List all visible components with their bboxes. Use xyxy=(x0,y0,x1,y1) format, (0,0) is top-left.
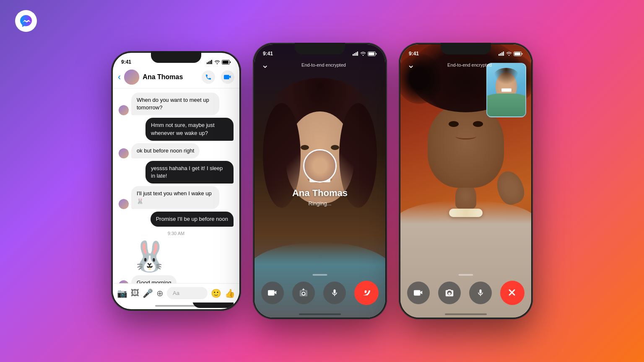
messenger-logo xyxy=(15,10,37,32)
svg-point-18 xyxy=(448,292,451,295)
active-call-chevron[interactable]: ⌄ xyxy=(407,59,415,70)
svg-rect-14 xyxy=(501,52,503,56)
message-row: When do you want to meet up tomorrow? xyxy=(119,93,234,115)
status-time-1: 9:41 xyxy=(121,59,131,65)
end-call-button[interactable] xyxy=(354,281,379,305)
message-bubble: I'll just text you when I wake up 🐰 xyxy=(131,186,219,209)
svg-rect-2 xyxy=(210,61,211,64)
active-call-top-bar: ⌄ End-to-end encrypted xyxy=(400,59,531,70)
phone-active-inner: 9:41 xyxy=(400,44,531,318)
call-controls xyxy=(254,281,385,305)
svg-rect-7 xyxy=(354,53,356,56)
video-call-button[interactable] xyxy=(221,70,234,84)
message-bubble: Promise I'll be up before noon xyxy=(151,212,234,227)
mic-icon[interactable]: 🎤 xyxy=(143,288,153,298)
chat-header: ‹ Ana Thomas xyxy=(113,68,239,88)
message-row: Hmm not sure, maybe just whenever we wak… xyxy=(119,118,234,140)
message-bubble: When do you want to meet up tomorrow? xyxy=(131,93,219,115)
status-bar-call: 9:41 xyxy=(254,44,385,59)
message-input[interactable]: Aa xyxy=(167,287,208,299)
message-bubble: Hmm not sure, maybe just whenever we wak… xyxy=(145,118,234,140)
caller-info: Ana Thomas Ringing... xyxy=(254,116,385,207)
signal-icon xyxy=(207,60,213,64)
notch xyxy=(151,51,201,63)
svg-rect-11 xyxy=(369,52,374,55)
message-timestamp: 9:30 AM xyxy=(119,231,234,236)
svg-rect-13 xyxy=(500,53,501,56)
phone-chat-inner: 9:41 xyxy=(113,53,239,309)
status-time-2: 9:41 xyxy=(263,51,273,57)
back-button[interactable]: ‹ xyxy=(118,72,121,83)
video-toggle-button[interactable] xyxy=(261,282,284,304)
call-top-bar: ⌄ End-to-end encrypted xyxy=(254,59,385,70)
home-indicator-3 xyxy=(445,313,487,315)
end-call-button-3[interactable] xyxy=(500,281,525,305)
status-icons-3 xyxy=(499,52,523,56)
gallery-icon[interactable]: 🖼 xyxy=(131,288,139,298)
message-row: ok but before noon right xyxy=(119,143,234,158)
status-bar-active-call: 9:41 xyxy=(400,44,531,59)
message-row: yessss hahaha I get it! I sleep in late! xyxy=(119,161,234,184)
svg-rect-17 xyxy=(514,52,520,55)
message-avatar xyxy=(119,105,129,115)
battery-icon xyxy=(222,60,231,65)
phone-call-inner: 9:41 xyxy=(254,44,385,318)
contact-name: Ana Thomas xyxy=(143,73,202,81)
camera-flip-button[interactable] xyxy=(292,282,315,304)
sticker: 🐰 xyxy=(131,242,168,271)
call-chevron-down[interactable]: ⌄ xyxy=(261,59,269,70)
svg-rect-3 xyxy=(211,60,213,64)
caller-status: Ringing... xyxy=(309,200,332,207)
video-toggle-button-3[interactable] xyxy=(407,282,430,304)
chat-messages: When do you want to meet up tomorrow? Hm… xyxy=(113,88,239,309)
pip-video[interactable] xyxy=(486,63,526,117)
active-encrypted-label: End-to-end encrypted xyxy=(415,62,525,67)
signal-icon-3 xyxy=(499,52,504,56)
message-bubble: ok but before noon right xyxy=(131,143,200,158)
status-icons-2 xyxy=(353,52,377,56)
svg-rect-1 xyxy=(208,62,210,64)
chat-action-buttons xyxy=(202,70,234,84)
encrypted-label: End-to-end encrypted xyxy=(269,62,379,67)
svg-rect-6 xyxy=(353,54,354,56)
svg-rect-9 xyxy=(357,52,358,56)
phone-active-call: 9:41 xyxy=(399,43,533,319)
camera-icon[interactable]: 📷 xyxy=(117,288,127,298)
like-icon[interactable]: 👍 xyxy=(225,288,235,298)
message-avatar xyxy=(119,148,129,158)
emoji-icon[interactable]: 🙂 xyxy=(211,288,221,298)
wifi-icon xyxy=(214,60,220,64)
apps-icon[interactable]: ⊕ xyxy=(156,288,164,298)
svg-rect-12 xyxy=(499,54,500,56)
home-indicator xyxy=(155,305,197,307)
svg-rect-0 xyxy=(207,62,208,64)
home-indicator-2 xyxy=(299,313,341,315)
svg-rect-15 xyxy=(503,52,504,56)
chat-input-bar: 📷 🖼 🎤 ⊕ Aa 🙂 👍 xyxy=(113,283,239,303)
status-icons-1 xyxy=(207,60,231,65)
scroll-indicator xyxy=(313,274,327,276)
battery-icon-2 xyxy=(368,52,377,56)
message-row: Promise I'll be up before noon xyxy=(119,212,234,227)
phones-container: 9:41 xyxy=(0,43,644,319)
svg-rect-8 xyxy=(356,52,357,56)
message-avatar xyxy=(119,199,129,209)
contact-avatar xyxy=(124,70,139,85)
camera-flip-button-3[interactable] xyxy=(438,282,461,304)
signal-icon-2 xyxy=(353,52,358,56)
voice-call-button[interactable] xyxy=(202,70,215,84)
mute-button[interactable] xyxy=(323,282,346,304)
svg-rect-5 xyxy=(223,61,229,64)
phone-chat: 9:41 xyxy=(111,51,241,311)
active-call-controls xyxy=(400,281,531,305)
battery-icon-3 xyxy=(514,52,523,56)
mute-button-3[interactable] xyxy=(469,282,492,304)
wifi-icon-3 xyxy=(506,52,512,56)
sticker-area: 🐰 xyxy=(119,242,234,271)
caller-avatar xyxy=(303,149,337,183)
phone-incoming-call: 9:41 xyxy=(253,43,387,319)
status-time-3: 9:41 xyxy=(409,51,419,57)
message-bubble: yessss hahaha I get it! I sleep in late! xyxy=(145,161,234,184)
message-row: I'll just text you when I wake up 🐰 xyxy=(119,186,234,209)
scroll-indicator-3 xyxy=(459,274,473,276)
